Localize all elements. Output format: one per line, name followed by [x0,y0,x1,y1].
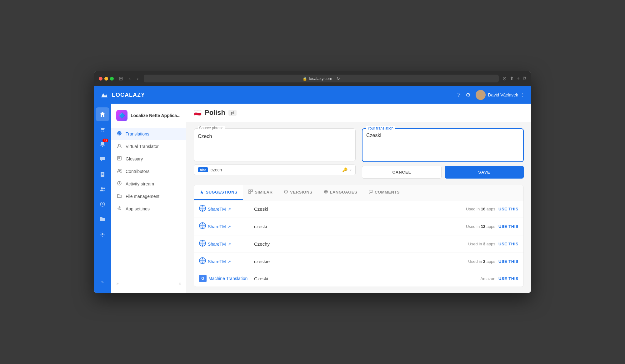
use-this-button-1[interactable]: USE THIS [498,224,518,229]
language-code-badge: pl [228,110,237,116]
sidebar-icon-notifications[interactable]: 42 [96,137,109,151]
sharetm-link-3[interactable]: ↗ [228,259,231,264]
address-bar[interactable]: 🔒 localazy.com ↻ [144,75,499,82]
settings-button[interactable]: ⚙ [466,91,471,98]
sidebar-icon-settings[interactable] [96,227,109,241]
use-this-button-0[interactable]: USE THIS [498,207,518,211]
action-buttons: CANCEL SAVE [362,166,524,179]
sidebar-icon-files[interactable] [96,212,109,226]
use-this-button-2[interactable]: USE THIS [498,242,518,246]
brand-name: LOCALAZY [112,92,145,98]
minimize-dot[interactable] [104,77,108,81]
machine-translation-icon: G [199,275,207,282]
abc-icon: Abc [198,167,208,172]
app: LOCALAZY ? ⚙ David Václavek ⋮ [94,86,531,293]
sidebar-item-glossary[interactable]: Glossary [111,153,186,165]
svg-point-11 [118,144,120,146]
svg-rect-19 [249,190,250,191]
sidebar-icon-home[interactable] [96,107,109,121]
sidebar-footer: » « [111,278,186,288]
sharetm-link-2[interactable]: ↗ [228,242,231,246]
key-value: czech [211,167,340,172]
user-menu-icon[interactable]: ⋮ [521,92,525,97]
tab-comments[interactable]: COMMENTS [363,185,405,200]
sharetm-link-1[interactable]: ↗ [228,224,231,229]
glossary-icon [116,156,122,162]
tabs-row: ★ SUGGESTIONS SIMILAR [194,185,523,200]
suggestion-source-0: ShareTM ↗ [199,205,249,213]
language-name: Polish [205,109,225,117]
tab-suggestions[interactable]: ★ SUGGESTIONS [194,185,243,200]
sidebar-item-contributors[interactable]: Contributors [111,165,186,178]
sidebar-icon-clock[interactable] [96,197,109,211]
svg-point-3 [103,131,104,132]
sidebar-item-app-settings[interactable]: App settings [111,203,186,215]
translation-input[interactable]: Czeski [366,133,519,158]
svg-point-0 [479,92,482,96]
notification-badge: 42 [102,139,108,142]
brand-icon [100,91,109,99]
share-icon[interactable]: ⬆ [510,76,514,81]
sidebar-expand-btn[interactable]: » [99,277,106,287]
use-this-button-3[interactable]: USE THIS [498,259,518,264]
key-collapse-btn[interactable]: ‹ [350,167,352,172]
sidebar-expand-footer-btn[interactable]: » [116,281,118,286]
tab-languages-label: LANGUAGES [330,190,358,194]
nav-right: ? ⚙ David Václavek ⋮ [457,90,525,100]
key-icon-btn[interactable]: 🔑 [342,167,348,172]
forward-button[interactable]: › [136,75,140,82]
back-button[interactable]: ‹ [128,75,132,82]
sharetm-link-0[interactable]: ↗ [228,207,231,211]
user-avatar [476,90,486,100]
suggestion-row: ShareTM ↗ Czechy Used in 3 apps USE THIS [194,235,523,253]
tabs-icon[interactable]: ⧉ [523,76,526,81]
project-header[interactable]: 🔷 Localize Nette Applica... [111,106,186,125]
sidebar-collapse-footer-btn[interactable]: « [179,281,181,286]
virtual-translator-icon [116,143,122,150]
apps-count-3: Used in 2 apps [468,259,495,264]
tab-languages[interactable]: LANGUAGES [318,185,363,200]
suggestions-star-icon: ★ [200,190,204,195]
svg-point-7 [101,187,103,189]
new-tab-icon[interactable]: + [517,76,520,81]
sidebar-item-activity[interactable]: Activity stream [111,178,186,190]
sidebar-icon-cart[interactable] [96,122,109,136]
language-flag: 🇵🇱 [194,109,202,116]
files-icon [116,193,122,199]
virtual-translator-label: Virtual Translator [126,144,159,149]
user-menu[interactable]: David Václavek ⋮ [476,90,525,100]
contributors-icon [116,168,122,175]
translation-input-box[interactable]: Your translation Czeski [362,128,524,162]
help-button[interactable]: ? [457,92,460,98]
suggestion-meta-3: Used in 2 apps USE THIS [468,259,518,264]
sidebar-icon-chat[interactable] [96,152,109,166]
suggestion-row: ShareTM ↗ Czeski Used in 16 apps USE THI… [194,200,523,218]
cancel-button[interactable]: CANCEL [362,166,442,179]
translation-label: Your translation [366,126,395,130]
versions-icon [284,189,288,195]
content-area: 🇵🇱 Polish pl Source phrase Czech Abc [186,104,531,293]
maximize-dot[interactable] [110,77,114,81]
close-dot[interactable] [99,77,102,81]
sidebar-icon-people[interactable] [96,182,109,196]
sidebar-toggle-button[interactable]: ⊞ [118,75,124,82]
sidebar-item-files[interactable]: File management [111,190,186,203]
refresh-icon[interactable]: ↻ [337,76,340,81]
suggestion-text-2: Czechy [254,241,463,247]
suggestion-source-2: ShareTM ↗ [199,240,249,248]
sidebar-item-virtual-translator[interactable]: Virtual Translator [111,140,186,153]
apps-count-2: Used in 3 apps [468,242,495,246]
tab-versions[interactable]: VERSIONS [278,185,318,200]
suggestion-row: ShareTM ↗ czeskie Used in 2 apps USE THI… [194,253,523,270]
download-icon[interactable]: ⊙ [502,76,507,81]
source-phrase-box: Source phrase Czech [194,128,356,161]
sharetm-name-0: ShareTM [208,207,226,212]
save-button[interactable]: SAVE [445,166,524,179]
use-this-button-4[interactable]: USE THIS [498,276,518,281]
languages-icon [324,189,328,195]
sidebar-icon-document[interactable] [96,167,109,181]
activity-label: Activity stream [126,181,154,186]
sidebar-item-translations[interactable]: Translations [111,128,186,140]
svg-rect-20 [251,190,252,191]
tab-similar[interactable]: SIMILAR [243,185,278,200]
